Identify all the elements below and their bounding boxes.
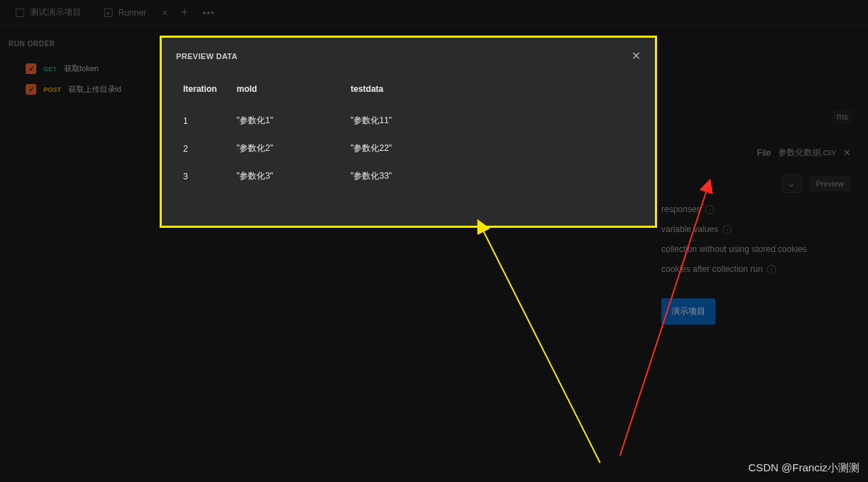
table-row: 2 "参数化2" "参数化22" bbox=[183, 135, 634, 162]
preview-data-table: Iteration mold testdata 1 "参数化1" "参数化11"… bbox=[183, 78, 634, 190]
watermark: CSDN @Franciz小测测 bbox=[748, 461, 859, 475]
table-row: 1 "参数化1" "参数化11" bbox=[183, 107, 634, 135]
col-header: mold bbox=[237, 78, 351, 107]
col-header: testdata bbox=[351, 78, 634, 107]
col-header: Iteration bbox=[183, 78, 237, 107]
modal-title: PREVIEW DATA bbox=[176, 52, 237, 61]
table-row: 3 "参数化3" "参数化33" bbox=[183, 162, 634, 190]
close-icon[interactable]: ✕ bbox=[631, 49, 641, 63]
preview-data-modal: PREVIEW DATA ✕ Iteration mold testdata 1… bbox=[160, 36, 657, 228]
